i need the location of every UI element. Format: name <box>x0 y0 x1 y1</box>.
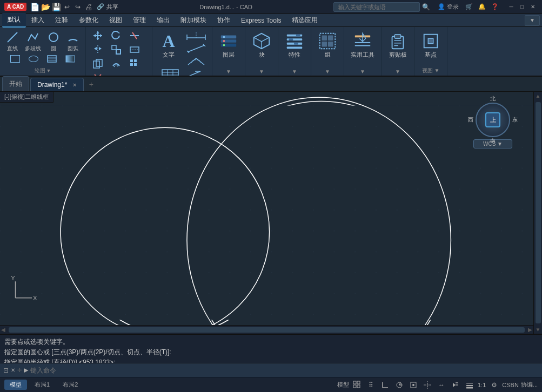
arc-btn[interactable]: 圆弧 <box>64 29 82 53</box>
scroll-down-btn[interactable]: ▼ <box>534 326 542 334</box>
utilities-icon <box>353 31 372 51</box>
utilities-btn[interactable]: 实用工具 <box>347 29 378 61</box>
scroll-left-btn[interactable]: ◀ <box>0 326 6 334</box>
menu-annotate[interactable]: 注释 <box>50 13 73 27</box>
circle-btn[interactable]: 圆 <box>44 29 63 53</box>
svg-rect-24 <box>134 59 137 62</box>
minimize-btn[interactable]: ─ <box>506 3 516 11</box>
scroll-up-btn[interactable]: ▲ <box>534 92 542 100</box>
tab-close-icon[interactable]: ✕ <box>72 82 77 88</box>
stretch-btn[interactable] <box>126 43 143 56</box>
line-btn[interactable]: 直线 <box>3 29 22 53</box>
plot-btn[interactable]: 🖨 <box>84 2 93 12</box>
ellipse-btn[interactable] <box>25 54 42 64</box>
compass-widget[interactable]: 上 北 南 西 东 WCS ▼ <box>473 103 512 157</box>
array-btn[interactable] <box>126 57 143 70</box>
polyline-btn[interactable]: 多段线 <box>23 29 43 53</box>
canvas-view-label: [-][俯视]二维线框 <box>0 92 53 103</box>
menu-output[interactable]: 输出 <box>151 13 175 27</box>
search-input[interactable] <box>333 2 420 12</box>
command-input-field[interactable] <box>30 367 539 374</box>
text-label: 文字 <box>163 51 175 59</box>
table-btn[interactable] <box>159 68 181 77</box>
menu-view[interactable]: 视图 <box>104 13 128 27</box>
rect-btn[interactable] <box>6 54 24 64</box>
move-btn[interactable] <box>89 29 106 42</box>
new-file-btn[interactable]: 📄 <box>30 2 39 12</box>
svg-point-49 <box>223 44 225 46</box>
tab-drawing1[interactable]: Drawing1* ✕ <box>30 78 84 91</box>
help-btn[interactable]: ❓ <box>491 3 499 10</box>
group-btn[interactable]: 组 <box>315 29 340 61</box>
menu-collaborate[interactable]: 协作 <box>212 13 236 27</box>
status-tab-layout2[interactable]: 布局2 <box>57 380 83 390</box>
status-tab-model[interactable]: 模型 <box>4 380 27 390</box>
bell-btn[interactable]: 🔔 <box>478 3 486 10</box>
login-btn[interactable]: 👤 登录 <box>438 3 459 11</box>
gradient-btn[interactable] <box>62 54 79 64</box>
tab-add-btn[interactable]: + <box>85 77 98 91</box>
mirror-btn[interactable] <box>89 43 106 56</box>
block-group-label: ▼ <box>259 67 264 75</box>
svg-marker-66 <box>359 33 365 42</box>
basepoint-btn[interactable]: 基点 <box>418 29 444 61</box>
erase-btn[interactable] <box>89 71 106 77</box>
ducs-btn[interactable]: ↔ <box>436 379 447 391</box>
undo-btn[interactable]: ↩ <box>62 2 72 12</box>
grid-toggle-btn[interactable] <box>351 379 363 391</box>
save-btn[interactable]: 💾 <box>51 2 61 12</box>
menu-insert[interactable]: 插入 <box>26 13 50 27</box>
layer-btn[interactable]: 图层 <box>216 29 242 61</box>
share-text[interactable]: 共享 <box>106 3 118 11</box>
dyn-btn[interactable] <box>450 379 461 391</box>
maximize-btn[interactable]: □ <box>517 3 527 11</box>
menu-default[interactable]: 默认 <box>2 13 26 28</box>
hatch-btn[interactable] <box>43 54 61 64</box>
cart-btn[interactable]: 🛒 <box>465 3 473 10</box>
menu-manage[interactable]: 管理 <box>128 13 151 27</box>
properties-btn[interactable]: 特性 <box>282 29 307 61</box>
menu-parametric[interactable]: 参数化 <box>73 13 104 27</box>
svg-point-104 <box>412 384 414 386</box>
dim-aligned-btn[interactable] <box>184 42 209 54</box>
close-command-icon[interactable]: ✕ <box>11 367 15 373</box>
snap-btn[interactable]: ⠿ <box>365 379 377 391</box>
open-btn[interactable]: 📂 <box>41 2 50 12</box>
scroll-thumb-h[interactable] <box>9 327 525 333</box>
menu-express[interactable]: Express Tools <box>236 15 286 26</box>
scroll-right-btn[interactable]: ▶ <box>527 326 533 334</box>
settings-btn[interactable]: ⚙ <box>488 379 500 391</box>
workspace-dropdown[interactable]: ▼ <box>525 15 540 26</box>
window-controls: ─ □ ✕ <box>506 3 538 11</box>
osnap-btn[interactable] <box>407 379 419 391</box>
trim-btn[interactable] <box>126 29 143 42</box>
offset-btn[interactable] <box>108 57 125 70</box>
vertical-scrollbar[interactable]: ▲ ▼ <box>533 92 542 334</box>
collab-text[interactable]: 协编... <box>521 381 538 389</box>
leader-btn[interactable] <box>183 68 205 77</box>
utilities-label: 实用工具 <box>351 51 374 59</box>
menu-addons[interactable]: 附加模块 <box>175 13 212 27</box>
scale-btn[interactable] <box>108 43 125 56</box>
clipboard-btn[interactable]: 剪贴板 <box>385 29 411 61</box>
tab-start[interactable]: 开始 <box>2 76 29 91</box>
text-btn[interactable]: A 文字 <box>156 29 182 67</box>
otrack-btn[interactable] <box>421 379 433 391</box>
close-btn[interactable]: ✕ <box>528 3 538 11</box>
ribbon-group-draw: 直线 多段线 圆 圆弧 <box>0 27 86 76</box>
redo-btn[interactable]: ↪ <box>73 2 83 12</box>
menu-featured[interactable]: 精选应用 <box>286 13 323 27</box>
search-icon[interactable]: 🔍 <box>422 3 430 11</box>
polar-btn[interactable] <box>393 379 405 391</box>
share-label: 🔗 <box>97 3 104 10</box>
status-tab-layout1[interactable]: 布局1 <box>29 380 55 390</box>
dim-linear-btn[interactable] <box>184 29 209 41</box>
block-btn[interactable]: 块 <box>249 29 275 61</box>
ortho-btn[interactable] <box>379 379 391 391</box>
copy-btn[interactable] <box>89 57 106 70</box>
scroll-thumb-v[interactable] <box>536 102 541 323</box>
dim-angular-btn[interactable] <box>184 55 209 67</box>
lw-btn[interactable] <box>464 379 476 391</box>
rotate-btn[interactable] <box>108 29 125 42</box>
horizontal-scrollbar[interactable]: ◀ ▶ <box>0 325 533 334</box>
